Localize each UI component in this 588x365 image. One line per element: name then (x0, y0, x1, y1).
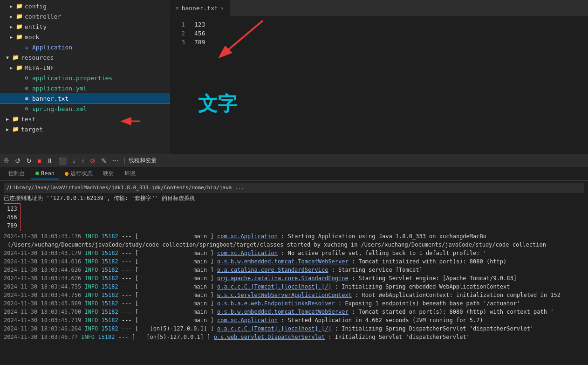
tab-banner-txt[interactable]: ≡ banner.txt ✕ (170, 0, 230, 16)
folder-icon: 📁 (15, 3, 23, 9)
sidebar-item-label: application.yml (32, 85, 87, 92)
chevron-right-icon: ▶ (7, 4, 15, 9)
sidebar-item-app-props[interactable]: ⚙ application.properties (0, 73, 170, 83)
status-dot (65, 172, 68, 176)
yaml-icon: ⚙ (22, 85, 31, 91)
tab-bean[interactable]: Bean (31, 168, 59, 179)
log-line-11: 2024-11-30 18:03:46.264 INFO 15182 --- [… (4, 324, 584, 333)
sidebar-item-resources[interactable]: ▼ 📁 resources (0, 52, 170, 62)
edit-button[interactable]: ✎ (99, 156, 109, 165)
sidebar-item-config[interactable]: ▶ 📁 config (0, 1, 170, 11)
output-highlight-box: 123 456 789 (4, 203, 21, 231)
sidebar-item-entity[interactable]: ▶ 📁 entity (0, 21, 170, 32)
tab-env-label: 环境 (124, 170, 136, 178)
stop-button[interactable]: ■ (35, 156, 43, 165)
sidebar-item-test[interactable]: ▶ 📁 test (0, 114, 170, 124)
line-num-1: 1 (170, 20, 185, 29)
bean-status-dot (35, 172, 39, 175)
sidebar-item-label: mock (25, 34, 39, 41)
folder-icon: 📁 (15, 34, 23, 40)
console-output[interactable]: /Library/Java/JavaVirtualMachines/jdk1.8… (0, 181, 588, 365)
folder-icon: 📁 (15, 23, 23, 30)
code-line-1: 123 (194, 20, 582, 29)
step-up-button[interactable]: ↑ (79, 156, 86, 165)
log-line-9: 2024-11-30 18:03:45.700 INFO 15182 --- [… (4, 308, 584, 316)
log-line-5: 2024-11-30 18:03:44.626 INFO 15182 --- [… (4, 274, 584, 282)
txt-icon: ≡ (22, 95, 31, 102)
tab-close-button[interactable]: ✕ (221, 6, 224, 11)
tab-label: banner.txt (182, 5, 218, 12)
sidebar-item-app-yml[interactable]: ⚙ application.yml (0, 83, 170, 93)
sidebar-item-label: controller (25, 13, 61, 20)
restart-button[interactable]: ↺ (13, 156, 22, 165)
divider (124, 157, 125, 165)
log-line-7: 2024-11-30 18:03:44.756 INFO 15182 --- [… (4, 291, 584, 299)
line-numbers: 1 2 3 (170, 16, 189, 154)
log-line-1b: (/Users/xuchang/Documents/javaCode/study… (4, 241, 584, 249)
chevron-right-icon: ▶ (7, 14, 15, 19)
sidebar-item-spring-bean-xml[interactable]: ⚙ spring-bean.xml (0, 103, 170, 114)
folder-icon: 📁 (15, 64, 23, 71)
step-down-button[interactable]: ↓ (70, 156, 77, 165)
xml-icon: ⚙ (22, 105, 31, 112)
step-over-button[interactable]: ⬛ (57, 156, 68, 165)
sidebar-item-controller[interactable]: ▶ 📁 controller (0, 11, 170, 21)
tab-console-label: 控制台 (8, 170, 25, 178)
tab-env[interactable]: 环境 (120, 168, 140, 179)
sidebar-item-label: spring-bean.xml (32, 105, 87, 112)
tab-icon: ≡ (176, 5, 179, 11)
folder-icon: 📁 (11, 126, 20, 132)
line-num-3: 3 (170, 38, 185, 47)
java-icon: ☕ (22, 44, 31, 50)
editor-content: 1 2 3 123 456 789 文字 (170, 16, 588, 154)
props-icon: ⚙ (22, 75, 31, 81)
output-line-1: 123 (7, 205, 17, 213)
toolbar-strip: 务 ↺ ↻ ■ ⏸ ⬛ ↓ ↑ ⊘ ✎ ⋯ 线程和变量 (0, 154, 588, 167)
log-line-6: 2024-11-30 18:03:44.755 INFO 15182 --- [… (4, 282, 584, 291)
top-area: ▶ 📁 config ▶ 📁 controller ▶ 📁 entity ▶ 📁… (0, 0, 588, 154)
sidebar-item-label: test (21, 116, 35, 123)
log-line-8: 2024-11-30 18:03:45.569 INFO 15182 --- [… (4, 299, 584, 308)
threads-label: 线程和变量 (129, 157, 157, 165)
bottom-area: 务 ↺ ↻ ■ ⏸ ⬛ ↓ ↑ ⊘ ✎ ⋯ 线程和变量 控制台 Bean 运行状… (0, 154, 588, 365)
output-line-3: 789 (7, 221, 17, 230)
sidebar-item-application[interactable]: ☕ Application (0, 42, 170, 52)
tab-mapping-label: 映射 (103, 170, 114, 178)
console-tab-bar: 控制台 Bean 运行状态 映射 环境 (0, 167, 588, 181)
line-num-2: 2 (170, 29, 185, 38)
sidebar-item-mock[interactable]: ▶ 📁 mock (0, 32, 170, 42)
code-line-3: 789 (194, 38, 582, 47)
reload-button[interactable]: ↻ (24, 156, 34, 165)
pause-button[interactable]: ⏸ (45, 156, 55, 165)
editor-area: ≡ banner.txt ✕ 1 2 3 123 456 789 (170, 0, 588, 154)
code-content[interactable]: 123 456 789 (189, 16, 588, 154)
tab-runtime-status[interactable]: 运行状态 (60, 168, 97, 179)
task-label: 务 (4, 157, 9, 165)
sidebar-item-target[interactable]: ▶ 📁 target (0, 124, 170, 134)
console-path: /Library/Java/JavaVirtualMachines/jdk1.8… (4, 183, 584, 193)
console-connected-msg: 已连接到地址为 ''127.0.0.1:62139', 传输: '套接字'' 的… (4, 194, 584, 202)
log-line-10: 2024-11-30 18:03:45.719 INFO 15182 --- [… (4, 316, 584, 324)
code-line-2: 456 (194, 29, 582, 38)
sidebar-item-label: config (25, 3, 47, 10)
tab-console[interactable]: 控制台 (4, 168, 30, 179)
sidebar-item-meta-inf[interactable]: ▶ 📁 META-INF (0, 62, 170, 73)
log-line-12: 2024-11-30 18:03:46.?? INFO 15182 --- [ … (4, 333, 584, 341)
chevron-right-icon: ▶ (4, 117, 11, 122)
sidebar-item-label: target (21, 126, 43, 133)
coverage-button[interactable]: ⊘ (88, 156, 97, 165)
folder-icon: 📁 (11, 116, 20, 122)
sidebar-item-label: Application (32, 44, 72, 51)
tab-mapping[interactable]: 映射 (98, 168, 119, 179)
sidebar-item-banner-txt[interactable]: ≡ banner.txt (0, 93, 170, 103)
more-button[interactable]: ⋯ (110, 156, 121, 165)
folder-icon: 📁 (11, 54, 20, 61)
tab-status-label: 运行状态 (70, 170, 93, 178)
sidebar-item-label: META-INF (25, 64, 54, 71)
sidebar: ▶ 📁 config ▶ 📁 controller ▶ 📁 entity ▶ 📁… (0, 0, 170, 154)
chevron-right-icon: ▶ (7, 24, 15, 29)
chevron-down-icon: ▼ (4, 55, 11, 60)
output-line-2: 456 (7, 213, 17, 221)
sidebar-item-label: banner.txt (32, 95, 68, 102)
editor-tabs: ≡ banner.txt ✕ (170, 0, 588, 16)
